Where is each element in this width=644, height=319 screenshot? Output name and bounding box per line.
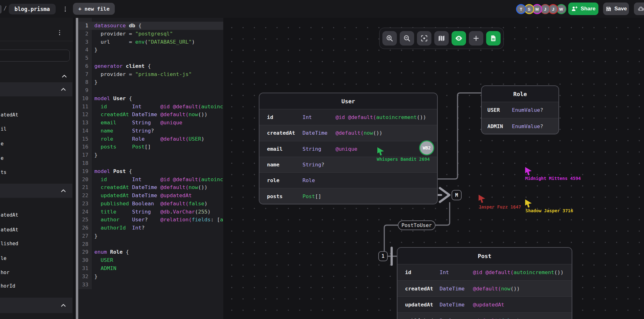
token-pn: ()) [417,114,426,120]
editor-line-15[interactable]: 15 role Role @default(USER) [79,135,223,143]
editor-line-21[interactable]: 21 createdAt DateTime @default(now()) [79,183,223,192]
code-text: datasource db { [92,22,142,30]
field-name: id [267,114,303,120]
token-fd: autoincrement [514,269,554,275]
editor-line-7[interactable]: 7 provider = "prisma-client-js" [79,70,223,78]
filename-chip[interactable]: blog.prisma [9,4,56,14]
diagram-table-role[interactable]: RoleUSEREnumValue?ADMINEnumValue? [481,85,559,134]
token-fd: updatedAt [101,192,129,198]
outline-field-item[interactable]: e [1,154,3,162]
token-ty: DateTime [132,192,157,198]
editor-line-30[interactable]: 30 USER [79,256,223,264]
outline-field-item[interactable]: lished [1,240,18,247]
chevron-up-icon[interactable] [62,73,67,79]
editor-line-12[interactable]: 12 createdAt DateTime @default(now()) [79,111,223,119]
token-at: VarChar [173,209,195,215]
download-button[interactable] [634,3,644,15]
editor-line-13[interactable]: 13 email String @unique [79,119,223,127]
token-fd: autoincrement [201,104,223,110]
token-pn: [] [315,193,321,199]
editor-line-25[interactable]: 25 author User? @relation(fields: [autho… [79,216,223,224]
token-pn [94,209,101,215]
token-st: "prisma-client-js" [135,71,192,77]
focus-button[interactable] [417,31,431,46]
editor-line-20[interactable]: 20 id Int @id @default(autoincrement()) [79,176,223,184]
diagram-table-user[interactable]: UseridInt@id @default(autoincrement())cr… [259,93,438,204]
field-attributes: @default(now()) [336,130,382,136]
schema-code-editor[interactable]: 1datasource db {2 provider = "postgresql… [79,18,223,319]
editor-line-18[interactable]: 18 [79,159,223,167]
outline-field-item[interactable]: atedAt [1,226,18,234]
section-header-post-model[interactable] [0,184,72,198]
outline-field-item[interactable]: atedAt [1,111,18,119]
editor-line-16[interactable]: 16 posts Post[] [79,143,223,151]
editor-line-14[interactable]: 14 name String? [79,127,223,135]
sidebar-menu-icon[interactable] [57,28,62,37]
editor-line-11[interactable]: 11 id Int @id @default(autoincrement()) [79,103,223,111]
outline-field-item[interactable]: horId [1,282,15,290]
editor-line-8[interactable]: 8} [79,78,223,86]
save-button[interactable]: Save [603,3,629,15]
token-ty: DateTime [132,184,157,190]
doc-button[interactable] [486,31,501,46]
editor-line-29[interactable]: 29enum Role { [79,248,223,256]
zoom-out-button[interactable] [400,31,414,46]
token-fd: autoincrement [376,114,417,120]
editor-line-33[interactable]: 33 [79,281,223,289]
collaborator-cursor-icon [377,147,385,157]
editor-line-10[interactable]: 10model User { [79,95,223,103]
editor-line-23[interactable]: 23 published Boolean @default(false) [79,200,223,208]
outline-field-item[interactable]: atedAt [1,211,18,219]
outline-field-item[interactable]: e [1,140,3,148]
editor-line-17[interactable]: 17} [79,151,223,159]
collaborator-avatar[interactable]: T [516,4,526,14]
zoom-in-button[interactable] [382,31,397,46]
editor-line-26[interactable]: 26 authorId Int? [79,224,223,232]
section-header-role-enum[interactable] [0,298,72,313]
editor-line-6[interactable]: 6generator client { [79,62,223,70]
editor-line-27[interactable]: 27} [79,232,223,240]
outline-field-item[interactable]: ts [1,169,7,176]
outline-field-item[interactable]: hor [1,269,9,276]
line-number: 29 [79,248,92,256]
token-pn: ? [321,162,325,168]
collaborator-cursor-icon [478,194,486,205]
token-ty: EnumValue [512,123,540,129]
editor-line-5[interactable]: 5 [79,54,223,62]
map-button[interactable] [434,31,449,46]
token-fd: false [189,201,204,207]
pane-resize-handle[interactable] [76,18,78,319]
eye-button[interactable] [452,31,466,46]
editor-line-4[interactable]: 4} [79,46,223,54]
diagram-table-post[interactable]: PostidInt@id @default(autoincrement())cr… [397,247,572,319]
editor-line-3[interactable]: 3 url = env("DATABASE_URL") [79,38,223,46]
editor-line-9[interactable]: 9 [79,86,223,95]
outline-field-item[interactable]: le [1,255,7,262]
code-text: } [92,46,97,54]
editor-line-32[interactable]: 32} [79,273,223,281]
editor-line-22[interactable]: 22 updatedAt DateTime @updatedAt [79,192,223,200]
editor-line-19[interactable]: 19model Post { [79,167,223,176]
share-button[interactable]: Share [568,3,598,15]
editor-line-31[interactable]: 31 ADMIN [79,264,223,273]
code-text [92,86,94,95]
file-menu-icon[interactable] [63,5,68,14]
token-pn [94,104,101,110]
new-file-button[interactable]: + new file [73,3,115,15]
outline-field-item[interactable]: il [1,125,7,133]
cut-off-nav-item[interactable] [0,5,2,14]
add-button[interactable] [469,31,483,46]
eye-icon [455,34,463,42]
section-header-user-model[interactable] [0,82,72,96]
editor-line-2[interactable]: 2 provider = "postgresql" [79,30,223,38]
code-text: USER [92,256,113,264]
editor-line-1[interactable]: 1datasource db { [79,22,223,30]
outline-search-input[interactable] [0,50,70,62]
field-type: EnumValue? [512,123,556,129]
editor-line-24[interactable]: 24 title String @db.VarChar(255) [79,208,223,216]
token-pn [113,136,132,142]
editor-line-28[interactable]: 28 [79,240,223,248]
field-name: ADMIN [487,123,512,129]
presence-badge-label: WB2 [423,145,430,150]
token-fd: now [364,130,373,136]
